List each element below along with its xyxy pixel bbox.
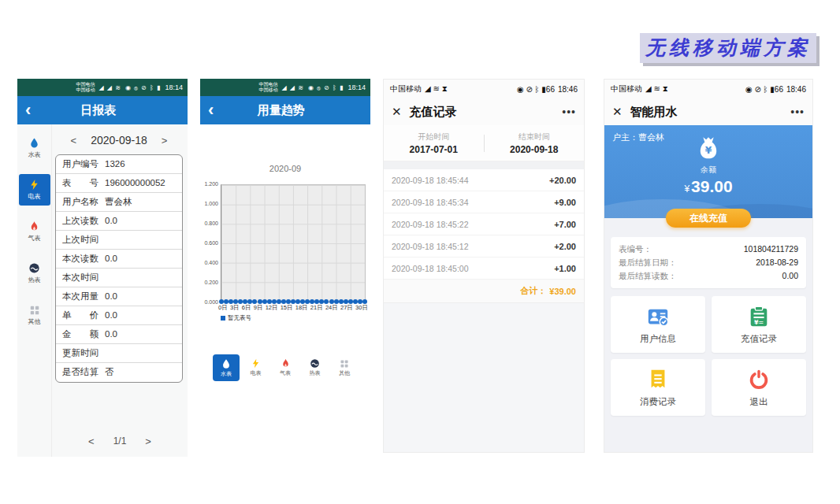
tab-electric[interactable]: 电表 (243, 354, 269, 381)
chart-plot (221, 184, 366, 302)
report-form: 用户编号 1326 表 号 196000000052 用户名称 曹会林 上次读数… (55, 154, 183, 383)
chart-dots (221, 185, 365, 302)
info-label: 最后结算日期： (619, 256, 677, 269)
form-row-label: 用户编号 (62, 155, 98, 173)
tab-gas[interactable]: 气表 (272, 354, 299, 381)
app-bar-title: 日报表 (31, 103, 165, 118)
app-bar: ‹ 用量趋势 (200, 96, 370, 124)
record-amount: +2.00 (554, 242, 576, 251)
consumption-record-icon (646, 368, 670, 391)
start-date-picker[interactable]: 开始时间 2017-07-01 (384, 132, 484, 155)
grid-icon (340, 359, 349, 369)
tab-label: 电表 (251, 369, 262, 377)
form-row-label: 金 额 (62, 325, 98, 343)
legend-marker (221, 316, 225, 321)
record-row: 2020-09-18 18:45:00 +1.00 (384, 258, 584, 280)
chart-point (281, 299, 286, 304)
record-time: 2020-09-18 18:45:00 (392, 264, 469, 273)
legend-label: 暂无表号 (228, 314, 251, 322)
user-info-card[interactable]: 用户信息 (611, 296, 705, 353)
close-icon[interactable]: ✕ (392, 105, 402, 119)
chart-point (272, 299, 277, 304)
y-tick: 0.800 (204, 220, 218, 227)
screen-recharge-records: 中国移动 ◢ ≋ ⧗ ◉ ⊘ ᛒ ▮66 18:46 ✕ 充值记录 ••• 开始… (383, 79, 585, 453)
system-icons: ◉ Ⓝ ⊘ ᛒ ▮ (308, 84, 344, 91)
start-date-label: 开始时间 (418, 132, 449, 143)
system-icons: ◉ ⊘ ᛒ ▮66 (745, 85, 783, 94)
x-tick: 30日 (355, 304, 368, 312)
back-icon[interactable]: ‹ (25, 102, 31, 119)
sidebar-item-gas[interactable]: 气表 (19, 216, 50, 247)
svg-text:¥=: ¥= (754, 318, 764, 325)
form-row: 本次用量 0.0 (56, 287, 182, 306)
date-range-bar: 开始时间 2017-07-01 结束时间 2020-09-18 (384, 125, 584, 161)
chart-legend: 暂无表号 (221, 314, 366, 322)
form-row-value: 0.0 (105, 306, 117, 324)
prev-page-button[interactable]: < (88, 435, 95, 447)
grid-card-label: 退出 (750, 396, 768, 408)
tab-heat[interactable]: 热表 (302, 354, 329, 381)
record-time: 2020-09-18 18:45:22 (392, 220, 469, 229)
exit-card[interactable]: 退出 (712, 359, 806, 416)
tab-label: 其他 (339, 369, 350, 377)
x-tick: 12日 (266, 304, 278, 312)
record-time: 2020-09-18 18:45:12 (392, 242, 469, 251)
grid-icon (29, 305, 40, 316)
screen-smart-water: 中国移动 ◢ ≋ ⧗ ◉ ⊘ ᛒ ▮66 18:46 ✕ 智能用水 ••• 户主… (604, 79, 813, 453)
carrier-1: 中国电信 (76, 82, 95, 87)
tab-water[interactable]: 水表 (213, 354, 240, 381)
x-tick: 21日 (310, 304, 323, 312)
next-date-button[interactable]: > (162, 135, 168, 146)
form-row-value: 0.0 (105, 212, 117, 230)
form-row-label: 本次时间 (62, 269, 98, 287)
sidebar-item-electric[interactable]: 电表 (19, 174, 50, 206)
close-icon[interactable]: ✕ (612, 105, 623, 119)
y-tick: 1.200 (204, 181, 218, 187)
end-date-picker[interactable]: 结束时间 2020-09-18 (485, 132, 585, 155)
info-label: 最后结算读数： (619, 269, 677, 283)
y-axis: 1.2001.0000.8000.6000.4000.2000.000 (202, 181, 221, 306)
total-value: ¥39.00 (549, 287, 576, 296)
y-tick: 0.600 (204, 240, 218, 246)
grid-card-label: 用户信息 (640, 333, 676, 345)
owner-name: 曹会林 (638, 132, 664, 142)
screen-daily-report: 中国电信 中国移动 ◢ ◢ ≋ ◉ Ⓝ ⊘ ᛒ ▮ 18:14 ‹ 日报表 水表… (17, 79, 188, 457)
signal-icons: ◢ ≋ ⧗ (645, 84, 668, 94)
more-icon[interactable]: ••• (790, 106, 805, 118)
back-icon[interactable]: ‹ (208, 102, 214, 119)
sidebar-item-heat[interactable]: 热表 (19, 258, 50, 289)
meter-type-sidebar: 水表 电表 气表 热表 其他 (17, 124, 52, 457)
record-amount: +7.00 (554, 220, 576, 229)
sidebar-item-label: 气表 (28, 234, 41, 243)
status-time: 18:14 (165, 83, 183, 91)
carrier-labels: 中国电信 中国移动 (258, 82, 277, 93)
start-date-value: 2017-07-01 (410, 144, 458, 155)
chart-point (258, 299, 262, 304)
record-list: 2020-09-18 18:45:44 +20.00 2020-09-18 18… (384, 169, 584, 280)
recharge-record-card[interactable]: ¥= 充值记录 (712, 296, 806, 353)
next-page-button[interactable]: > (145, 435, 151, 447)
record-amount: +20.00 (549, 176, 576, 185)
carrier: 中国移动 (390, 83, 422, 94)
online-recharge-button[interactable]: 在线充值 (666, 209, 751, 228)
more-icon[interactable]: ••• (562, 106, 576, 118)
sidebar-item-water[interactable]: 水表 (19, 132, 50, 164)
balance-value: ¥39.00 (604, 177, 812, 196)
water-drop-icon (221, 358, 232, 369)
form-row: 更新时间 (56, 344, 182, 363)
prev-date-button[interactable]: < (71, 135, 77, 146)
chart-point (262, 299, 267, 304)
app-bar-title: 充值记录 (410, 105, 555, 120)
info-label: 表编号： (619, 243, 652, 256)
sidebar-item-other[interactable]: 其他 (19, 299, 50, 331)
y-tick: 0.400 (204, 260, 218, 266)
info-value: 0.00 (782, 269, 798, 283)
consumption-record-card[interactable]: 消费记录 (611, 359, 705, 416)
lightning-icon (28, 179, 40, 191)
total-label: 合计： (520, 285, 546, 297)
form-row: 用户编号 1326 (56, 155, 182, 174)
grid-card-label: 充值记录 (741, 333, 777, 345)
tab-other[interactable]: 其他 (331, 354, 358, 381)
end-date-label: 结束时间 (518, 132, 550, 143)
info-value: 2018-08-29 (756, 256, 798, 269)
